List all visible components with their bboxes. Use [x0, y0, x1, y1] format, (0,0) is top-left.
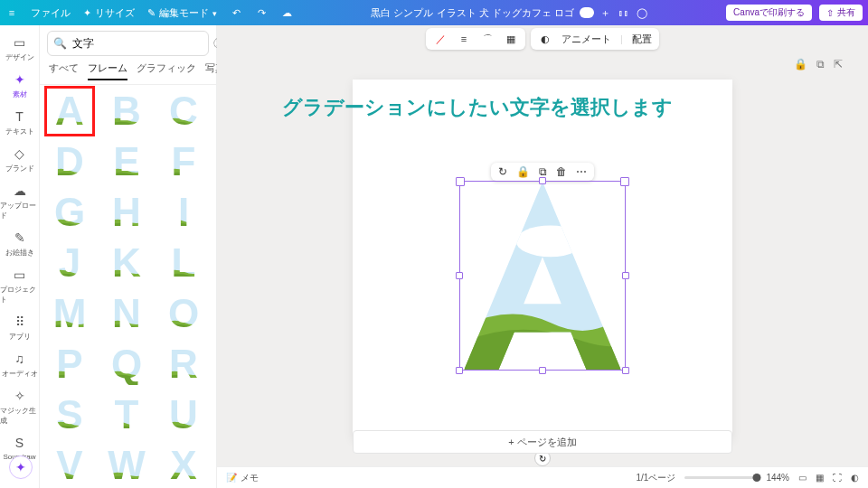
zoom-slider[interactable]	[684, 476, 757, 479]
grid-view-icon[interactable]: ▦	[816, 473, 824, 483]
crown-icon[interactable]	[580, 7, 594, 18]
help-icon[interactable]: ◐	[851, 473, 859, 483]
magic-fab[interactable]: ✦	[9, 455, 33, 479]
redo-icon[interactable]: ↷	[255, 6, 268, 19]
panel-tabs: すべてフレームグラフィック写真動画	[40, 61, 216, 85]
line-style-icon[interactable]: ≡	[457, 32, 471, 46]
letter-frame-A[interactable]	[460, 182, 625, 370]
edit-mode-button[interactable]: ✎ 編集モード	[147, 6, 217, 20]
frame-letter-A[interactable]: A	[49, 90, 90, 132]
trash-icon[interactable]: 🗑	[556, 165, 567, 178]
fit-icon[interactable]: ▭	[798, 473, 807, 483]
search-icon: 🔍	[53, 37, 67, 50]
duplicate-page-icon[interactable]: ⧉	[816, 58, 825, 70]
rail-label: デザイン	[5, 52, 34, 62]
share-label: 共有	[837, 6, 855, 19]
frame-letter-E[interactable]: E	[106, 141, 147, 183]
frame-letter-D[interactable]: D	[49, 141, 90, 183]
rail-item-お絵描き[interactable]: ✎お絵描き	[0, 226, 39, 261]
bottom-bar: 📝 メモ 1/1ページ 144% ▭ ▦ ⛶ ◐	[217, 466, 868, 488]
share-button[interactable]: ⇧ 共有	[819, 5, 863, 21]
frame-letter-H[interactable]: H	[106, 192, 147, 233]
animate-icon[interactable]: ◐	[538, 32, 552, 46]
rail-icon: S	[12, 435, 28, 451]
document-title[interactable]: 黒白 シンプル イラスト 犬 ドッグカフェ ロゴ	[371, 6, 573, 20]
comment-icon[interactable]: ◯	[636, 6, 648, 19]
rail-item-オーディオ[interactable]: ♫オーディオ	[0, 347, 39, 382]
frame-letter-K[interactable]: K	[106, 242, 147, 284]
frame-letter-X[interactable]: X	[163, 445, 204, 486]
undo-icon[interactable]: ↶	[230, 6, 242, 19]
rail-item-デザイン[interactable]: ▭デザイン	[0, 31, 39, 66]
stroke-color-icon[interactable]: ／	[433, 32, 448, 46]
frame-letter-L[interactable]: L	[163, 242, 204, 284]
rail-icon: ▭	[12, 267, 28, 283]
frame-letter-M[interactable]: M	[49, 293, 90, 334]
rail-item-マジック生成[interactable]: ✧マジック生成	[0, 384, 39, 429]
frame-letter-B[interactable]: B	[106, 90, 147, 132]
lock-icon[interactable]: 🔒	[516, 165, 530, 178]
rail-item-プロジェクト[interactable]: ▭プロジェクト	[0, 263, 39, 308]
frame-letter-C[interactable]: C	[163, 90, 204, 132]
search-box[interactable]: 🔍 ⓧ ≋	[47, 31, 209, 56]
frame-letter-S[interactable]: S	[49, 394, 90, 436]
transparency-icon[interactable]: ▦	[504, 32, 518, 46]
plus-icon[interactable]: ＋	[599, 6, 612, 19]
svg-point-73	[516, 226, 585, 258]
duplicate-icon[interactable]: ⧉	[539, 165, 547, 178]
add-page-button[interactable]: + ページを追加	[353, 430, 732, 454]
frame-letter-J[interactable]: J	[49, 242, 90, 284]
page-indicator[interactable]: 1/1ページ	[637, 472, 676, 484]
animate-position-tools: ◐ アニメート | 配置	[531, 28, 659, 50]
rail-label: 素材	[13, 89, 27, 99]
rail-item-アプリ[interactable]: ⠿アプリ	[0, 310, 39, 345]
rail-icon: ✧	[12, 388, 28, 404]
position-button[interactable]: 配置	[632, 33, 652, 46]
tab-フレーム[interactable]: フレーム	[88, 61, 127, 80]
rail-icon: ⠿	[12, 314, 28, 330]
curve-icon[interactable]: ⌒	[480, 32, 495, 46]
frame-letter-I[interactable]: I	[163, 192, 204, 233]
search-input[interactable]	[72, 37, 208, 50]
animate-button[interactable]: アニメート	[561, 33, 611, 46]
file-menu[interactable]: ファイル	[31, 6, 71, 20]
tab-グラフィック[interactable]: グラフィック	[137, 61, 196, 80]
edit-mode-label: 編集モード	[159, 6, 209, 20]
frame-letter-O[interactable]: O	[163, 293, 204, 334]
frame-letter-W[interactable]: W	[106, 445, 147, 486]
more-icon[interactable]: ⋯	[576, 165, 587, 178]
rail-item-テキスト[interactable]: Tテキスト	[0, 105, 39, 140]
lock-icon[interactable]: 🔒	[794, 58, 807, 70]
tab-すべて[interactable]: すべて	[49, 61, 79, 80]
rail-item-アップロード[interactable]: ☁アップロード	[0, 179, 39, 224]
frame-letter-Q[interactable]: Q	[106, 343, 147, 385]
notes-button[interactable]: 📝 メモ	[226, 472, 259, 484]
selection-box[interactable]	[459, 181, 626, 371]
rotate-icon[interactable]: ↻	[498, 165, 507, 178]
frame-letter-N[interactable]: N	[106, 293, 147, 334]
chevron-down-icon	[212, 7, 217, 18]
page-canvas[interactable]: ↻ 🔒 ⧉ 🗑 ⋯ ↻	[353, 80, 732, 439]
fullscreen-icon[interactable]: ⛶	[833, 473, 842, 483]
zoom-value[interactable]: 144%	[766, 473, 789, 483]
analytics-icon[interactable]: ⫾⫾	[618, 6, 630, 19]
hamburger-icon[interactable]: ≡	[5, 6, 18, 19]
frame-letter-T[interactable]: T	[106, 394, 147, 436]
frame-letter-F[interactable]: F	[163, 141, 204, 183]
new-page-icon[interactable]: ⇱	[834, 58, 843, 70]
frame-letter-V[interactable]: V	[49, 445, 90, 486]
canva-print-button[interactable]: Canvaで印刷する	[726, 5, 812, 21]
resize-button[interactable]: ✦ リサイズ	[83, 6, 135, 20]
frame-letter-R[interactable]: R	[163, 343, 204, 385]
rail-icon: T	[12, 108, 28, 125]
rail-item-素材[interactable]: ✦素材	[0, 68, 39, 103]
notes-label: メモ	[241, 472, 259, 484]
frame-letter-U[interactable]: U	[163, 394, 204, 436]
instruction-annotation: グラデーションにしたい文字を選択します	[282, 94, 673, 121]
top-bar: ≡ ファイル ✦ リサイズ ✎ 編集モード ↶ ↷ ☁ 黒白 シンプル イラスト…	[0, 0, 868, 25]
cloud-sync-icon: ☁	[280, 6, 293, 19]
frame-letter-P[interactable]: P	[49, 343, 90, 385]
rail-icon: ♫	[12, 351, 28, 367]
rail-item-ブランド[interactable]: ◇ブランド	[0, 142, 39, 177]
frame-letter-G[interactable]: G	[49, 192, 90, 233]
